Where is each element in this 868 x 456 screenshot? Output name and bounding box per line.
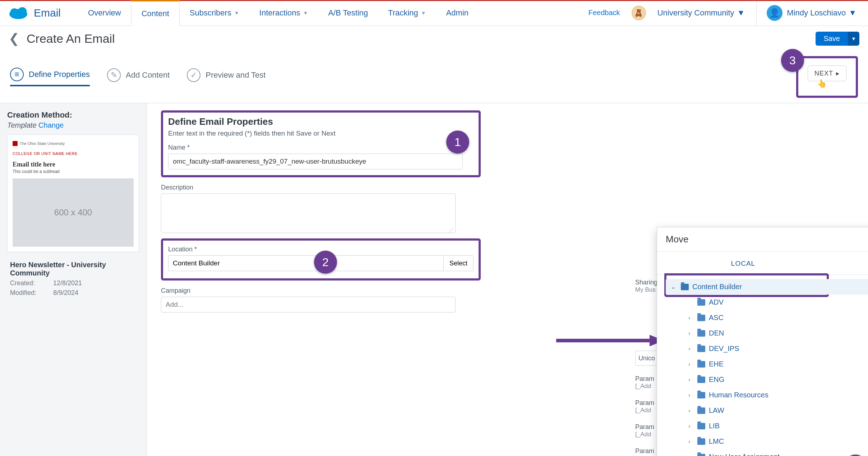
main-area: Creation Method: Template Change The Ohi… [0,103,868,456]
folder-icon [697,361,705,368]
folder-icon [697,330,705,337]
template-preview-card[interactable]: The Ohio State University COLLEGE OR UNI… [7,134,139,252]
chevron-right-icon: › [685,361,694,368]
folder-ehe[interactable]: ›EHE [666,356,868,372]
template-header: The Ohio State University [13,140,134,147]
modal-tabbar: LOCAL SHARED [657,252,868,275]
nav-tab-content[interactable]: Content [131,0,180,26]
folder-lmc[interactable]: ›LMC [666,434,868,449]
folder-lib[interactable]: ›LIB [666,418,868,434]
folder-dev-ips[interactable]: ›DEV_IPS [666,341,868,356]
folder-asc[interactable]: ›ASC [666,310,868,325]
page-header: ❮ Create An Email Save ▾ [0,26,868,51]
chevron-down-icon: ▼ [234,10,239,16]
app-title: Email [34,7,61,19]
folder-icon [697,392,705,398]
nav-tab-overview[interactable]: Overview [78,0,131,26]
tab-local[interactable]: LOCAL [664,254,822,274]
check-icon: ✓ [187,68,200,82]
section-title: Define Email Properties [168,116,474,127]
location-select-button[interactable]: Select [443,255,474,271]
folder-icon [697,346,705,352]
description-input[interactable] [161,193,456,233]
nav-tab-admin[interactable]: Admin [436,0,479,26]
folder-content-builder[interactable]: ⌄ Content Builder [666,279,868,295]
chevron-down-icon: ▼ [849,8,857,18]
nav-tabs: Overview Content Subscribers▼ Interactio… [78,0,479,26]
folder-open-icon [681,284,689,290]
modal-header: Move ✕ [657,227,868,252]
name-input[interactable] [168,154,463,169]
template-created: Created:12/8/2021 [7,279,139,287]
chevron-right-icon: › [685,438,694,445]
callout-box-2: Location * Select 2 [161,238,481,281]
callout-box-3: NEXT▸ 👆 [796,56,858,98]
feedback-link[interactable]: Feedback [588,9,620,17]
topnav-right: Feedback 🧸 University Community▼ 👤 Mindy… [588,0,868,26]
save-button[interactable]: Save [816,32,848,46]
save-dropdown-button[interactable]: ▾ [848,32,859,46]
creation-method-value: Template Change [7,121,139,129]
template-email-title: Email title here [13,161,134,168]
chevron-right-icon: › [685,330,694,337]
folder-den[interactable]: ›DEN [666,325,868,341]
folder-tree: ⌄ Content Builder ADV›ASC›DEN›DEV_IPS›EH… [657,275,868,456]
page-title: Create An Email [27,32,115,46]
folder-icon [697,377,705,383]
next-button[interactable]: NEXT▸ [808,65,846,81]
folder-adv[interactable]: ADV [666,295,868,310]
template-subhead: This could be a subhead [13,169,134,174]
chevron-down-icon: ▼ [303,10,308,16]
nav-tab-subscribers[interactable]: Subscribers▼ [180,0,249,26]
description-label: Description [161,184,854,191]
chevron-right-icon: › [685,315,694,321]
folder-icon [697,454,705,456]
folder-human-resources[interactable]: ›Human Resources [666,387,868,403]
back-button[interactable]: ❮ [9,31,19,46]
folder-icon [697,423,705,429]
creation-method-heading: Creation Method: [7,110,139,120]
campaign-input[interactable] [161,297,456,313]
name-label: Name * [168,144,474,151]
folder-new-user-assignment[interactable]: ›New User Assignment [666,449,868,456]
section-subtitle: Enter text in the required (*) fields th… [168,129,474,137]
svg-point-1 [10,8,18,15]
nav-tab-interactions[interactable]: Interactions▼ [249,0,318,26]
chevron-right-icon: › [685,407,694,414]
mascot-avatar-icon: 🧸 [632,6,646,20]
step-add-content[interactable]: ✎ Add Content [107,68,170,86]
chevron-right-icon: › [685,423,694,429]
svg-point-2 [18,7,27,15]
chevron-right-icon: › [685,377,694,383]
business-unit-picker[interactable]: University Community▼ [657,8,745,18]
salesforce-cloud-icon [9,6,28,20]
nav-tab-abtesting[interactable]: A/B Testing [318,0,378,26]
user-avatar-icon: 👤 [767,5,782,21]
image-placeholder: 600 x 400 [13,178,134,247]
nav-tab-tracking[interactable]: Tracking▼ [378,0,436,26]
chevron-down-icon: ▼ [421,10,426,16]
folder-icon [697,315,705,321]
tab-shared[interactable]: SHARED [822,254,868,274]
callout-badge-3: 3 [781,49,804,72]
move-modal: Move ✕ LOCAL SHARED ⌄ Content Builder AD… [657,227,868,456]
callout-badge-1: 1 [446,131,469,154]
save-button-group: Save ▾ [816,32,859,46]
chevron-right-icon: › [685,454,694,456]
folder-eng[interactable]: ›ENG [666,372,868,387]
user-menu[interactable]: 👤 Mindy Loschiavo▼ [756,0,857,26]
form-column: Define Email Properties Enter text in th… [147,103,868,456]
step-define-properties[interactable]: ≡ Define Properties [10,68,90,86]
location-input[interactable] [168,255,443,271]
step-preview-test[interactable]: ✓ Preview and Test [187,68,266,86]
left-sidebar: Creation Method: Template Change The Ohi… [0,103,147,456]
folder-law[interactable]: ›LAW [666,403,868,418]
top-navigation: Email Overview Content Subscribers▼ Inte… [0,0,868,26]
chevron-down-icon: ⌄ [669,283,677,290]
chevron-right-icon: ▸ [836,69,840,77]
modal-title: Move [666,234,689,245]
chevron-right-icon: › [685,346,694,352]
change-template-link[interactable]: Change [38,121,64,129]
wizard-steps: ≡ Define Properties ✎ Add Content ✓ Prev… [0,51,868,103]
callout-badge-2: 2 [314,251,337,274]
